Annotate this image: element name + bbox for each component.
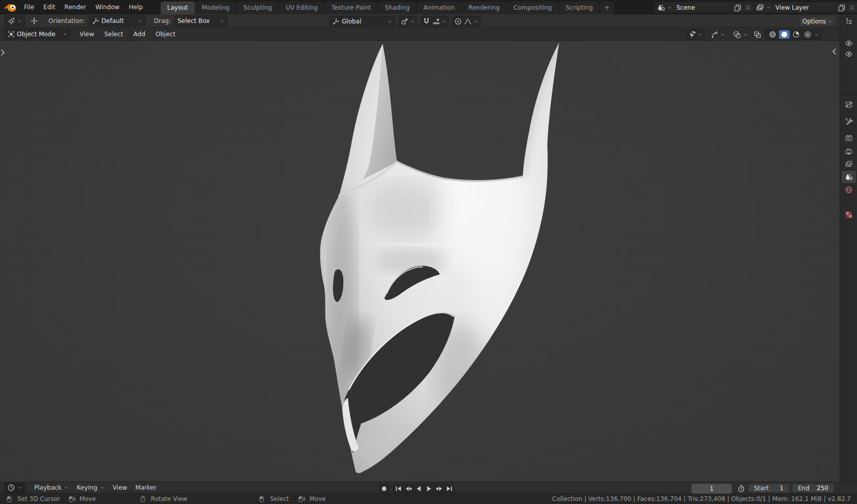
shading-material-preview-button[interactable] (791, 30, 801, 39)
move-tool-button[interactable] (27, 15, 41, 26)
workspace-tab-modeling[interactable]: Modeling (195, 2, 237, 14)
timeline-editor-button[interactable] (4, 483, 25, 493)
chevron-down-icon (64, 485, 69, 490)
blender-logo-icon[interactable] (4, 2, 17, 12)
scene-selector[interactable]: Scene (654, 2, 754, 13)
workspace-tab-animation[interactable]: Animation (417, 2, 462, 14)
timeline-menu-marker[interactable]: Marker (131, 483, 160, 493)
pivot-point-button[interactable] (398, 16, 417, 27)
mouse-left-icon (6, 496, 14, 502)
chevron-down-icon[interactable] (814, 32, 819, 37)
duplicate-icon[interactable] (838, 4, 846, 12)
playback-controls (379, 483, 455, 494)
visibility-toggle[interactable] (842, 49, 856, 59)
properties-tab-texture[interactable] (842, 209, 856, 221)
global-axes-icon (332, 17, 340, 26)
view-layer-selector[interactable]: View Layer (753, 2, 857, 13)
viewport-menu-view[interactable]: View (74, 29, 99, 40)
record-button[interactable] (379, 483, 389, 494)
jump-end-button[interactable] (444, 483, 455, 494)
object-visibility-button[interactable] (686, 29, 705, 40)
hint-set-3d-cursor: Set 3D Cursor (6, 495, 60, 502)
shading-rendered-button[interactable] (802, 30, 813, 39)
tool-icon (845, 117, 853, 125)
viewport-menu-object[interactable]: Object (150, 29, 181, 40)
sidebar-expand-arrow[interactable] (831, 47, 838, 56)
timeline-menu-playback[interactable]: Playback (30, 483, 73, 493)
menu-edit[interactable]: Edit (39, 2, 60, 13)
outliner-editor-button[interactable] (842, 15, 856, 28)
workspace-tab-sculpting[interactable]: Sculpting (237, 2, 279, 14)
viewport-menu-add[interactable]: Add (129, 29, 150, 40)
active-tool-button[interactable] (4, 15, 25, 26)
falloff-curve-icon[interactable] (464, 17, 472, 26)
properties-tab-render[interactable] (842, 132, 856, 144)
use-preview-range-button[interactable] (735, 484, 747, 494)
scene-stats: Collection | Verts:136,700 | Faces:136,7… (552, 495, 851, 502)
drag-dropdown[interactable]: Select Box (174, 15, 228, 26)
workspace-tab-texture-paint[interactable]: Texture Paint (325, 2, 378, 14)
play-reverse-button[interactable] (413, 483, 423, 494)
menu-help[interactable]: Help (124, 2, 147, 13)
transform-orientation-dropdown[interactable]: Global (329, 16, 395, 27)
properties-tab-tool[interactable] (842, 115, 856, 128)
timeline-menu-keying[interactable]: Keying (73, 483, 109, 493)
proportional-circle-icon[interactable] (454, 17, 462, 26)
properties-editor-button[interactable] (842, 98, 856, 111)
workspace-tab-scripting[interactable]: Scripting (559, 2, 600, 14)
prev-keyframe-button[interactable] (403, 483, 413, 494)
new-workspace-button[interactable]: + (600, 2, 614, 14)
view-layer-icon (756, 4, 764, 12)
chevron-down-icon (17, 18, 22, 23)
tool-settings-bar: Orientation: Default Drag: Select Box Gl… (0, 14, 840, 28)
orientation-dropdown[interactable]: Default (89, 15, 146, 26)
hint-move: Move (68, 495, 96, 502)
workspace-tab-rendering[interactable]: Rendering (462, 2, 507, 14)
properties-tab-view-layer[interactable] (842, 158, 856, 170)
workspace-tab-layout[interactable]: Layout (161, 2, 195, 14)
workspace-tab-compositing[interactable]: Compositing (507, 2, 559, 14)
jump-end-icon (445, 485, 453, 493)
menu-window[interactable]: Window (91, 2, 124, 13)
overlays-button[interactable] (731, 29, 750, 40)
current-frame-value: 1 (710, 485, 714, 492)
scene-name[interactable]: Scene (674, 4, 732, 11)
outliner-icon (845, 17, 853, 26)
mask-object[interactable] (320, 43, 559, 473)
shading-wireframe-button[interactable] (767, 30, 778, 39)
workspace-tab-shading[interactable]: Shading (378, 2, 417, 14)
properties-tab-world[interactable] (842, 184, 856, 196)
viewport-canvas[interactable] (0, 41, 840, 482)
workspace-tab-uv-editing[interactable]: UV Editing (279, 2, 325, 14)
menu-render[interactable]: Render (60, 2, 91, 13)
3d-viewport[interactable] (0, 41, 840, 482)
hint-rotate-view: Rotate View (140, 495, 188, 502)
next-keyframe-button[interactable] (434, 483, 444, 494)
current-frame-field[interactable]: 1 (691, 484, 732, 494)
visibility-toggle[interactable] (842, 39, 856, 48)
jump-start-button[interactable] (393, 483, 403, 494)
duplicate-icon[interactable] (734, 4, 742, 12)
visibility-icon (688, 31, 696, 39)
frame-end-field[interactable]: End 250 (792, 484, 834, 493)
mouse-left-icon (259, 496, 266, 502)
properties-tab-output[interactable] (842, 145, 856, 158)
xray-icon[interactable] (753, 31, 762, 39)
toolbar-expand-arrow[interactable] (0, 48, 6, 57)
properties-tab-scene[interactable] (842, 171, 856, 183)
mode-dropdown[interactable]: Object Mode (4, 29, 70, 39)
viewport-menu-select[interactable]: Select (99, 29, 128, 40)
shading-solid-button[interactable] (779, 30, 790, 39)
menu-file[interactable]: File (19, 2, 39, 13)
timeline-menu-view[interactable]: View (109, 483, 131, 493)
frame-start-field[interactable]: Start 1 (748, 484, 789, 493)
start-label: Start (754, 485, 769, 492)
gizmos-button[interactable] (709, 29, 727, 40)
view-layer-name[interactable]: View Layer (773, 4, 836, 11)
render-icon (845, 134, 853, 142)
magnet-icon[interactable] (422, 17, 431, 26)
transform-orientation-value: Global (342, 18, 386, 25)
options-button[interactable]: Options (799, 16, 836, 27)
snap-increment-icon[interactable] (432, 17, 440, 26)
play-button[interactable] (423, 483, 434, 494)
